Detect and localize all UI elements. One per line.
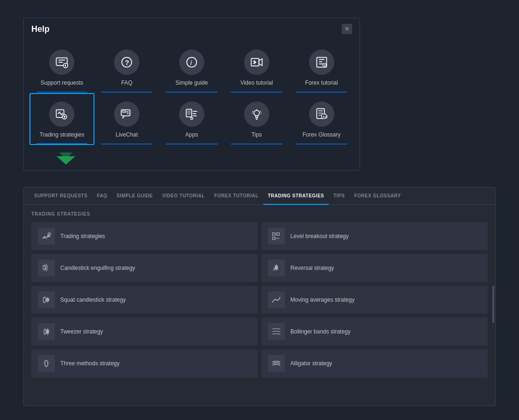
- svg-line-24: [49, 233, 50, 235]
- tab-forex-glossary[interactable]: FOREX GLOSSARY: [349, 188, 405, 205]
- list-item[interactable]: Reversal strategy: [261, 254, 488, 282]
- modal-title: Help: [31, 24, 50, 34]
- svg-rect-44: [44, 330, 46, 333]
- svg-rect-38: [43, 297, 46, 302]
- strategy-label: Reversal strategy: [290, 265, 334, 271]
- video-label: Video tutorial: [240, 80, 273, 87]
- section-title: TRADING STRATEGIES: [24, 205, 495, 220]
- strategy-label: Three methods strategy: [60, 360, 120, 367]
- livechat-label: LiveChat: [116, 131, 138, 139]
- svg-rect-25: [273, 237, 275, 239]
- list-item[interactable]: Level breakout strategy: [261, 222, 488, 250]
- apps-icon: [179, 101, 204, 127]
- moving-avg-icon: [268, 291, 285, 308]
- glossary-label: Forex Glossary: [303, 131, 340, 139]
- help-item-forex-glossary[interactable]: A-Z Forex Glossary: [289, 93, 354, 145]
- strategy-label: Alligator strategy: [290, 360, 332, 367]
- tab-video-tutorial[interactable]: VIDEO TUTORIAL: [158, 188, 209, 205]
- tips-label: Tips: [252, 131, 262, 139]
- strategy-label: Moving averages strategy: [290, 297, 354, 303]
- help-item-apps[interactable]: Apps: [159, 93, 224, 145]
- arrow-indicator: [24, 152, 360, 170]
- svg-rect-27: [277, 233, 280, 236]
- modal-header: Help ×: [24, 18, 360, 38]
- tab-tips[interactable]: TIPS: [329, 188, 349, 205]
- svg-text:A-Z: A-Z: [322, 115, 328, 118]
- forex-tutorial-icon: [309, 50, 334, 75]
- support-label: Support requests: [41, 80, 83, 87]
- svg-rect-41: [46, 298, 49, 301]
- guide-icon: i: [179, 50, 204, 75]
- list-item[interactable]: Bollinger bands strategy: [261, 318, 488, 346]
- apps-label: Apps: [185, 131, 198, 139]
- list-item[interactable]: Squat candlestick strategy: [31, 286, 258, 314]
- help-modal: Help × Support requests ? F: [23, 18, 360, 171]
- reversal-icon: [268, 260, 285, 276]
- strategy-label: Bollinger bands strategy: [290, 328, 351, 335]
- candlestick-icon: [38, 260, 55, 276]
- list-item[interactable]: Alligator strategy: [261, 349, 488, 377]
- video-icon: [244, 50, 269, 75]
- scrollbar[interactable]: [492, 286, 494, 323]
- list-item[interactable]: Three methods strategy: [31, 349, 258, 377]
- help-item-support-requests[interactable]: Support requests: [29, 42, 94, 93]
- list-item[interactable]: Moving averages strategy: [261, 286, 488, 314]
- close-button[interactable]: ×: [342, 24, 352, 34]
- three-methods-icon: [38, 355, 55, 372]
- svg-text:i: i: [190, 58, 192, 66]
- svg-point-18: [191, 117, 193, 120]
- list-item[interactable]: Trading strategies: [31, 222, 258, 250]
- level-breakout-icon: [268, 228, 285, 245]
- strategy-grid: Trading strategies Level breakout strate…: [24, 220, 495, 385]
- strategy-label: Candlestick engulfing strategy: [60, 265, 135, 271]
- list-item[interactable]: Candlestick engulfing strategy: [31, 254, 258, 282]
- help-item-video-tutorial[interactable]: Video tutorial: [224, 42, 289, 93]
- svg-text:?: ?: [125, 58, 129, 66]
- tab-trading-strategies[interactable]: TRADING STRATEGIES: [263, 188, 329, 205]
- help-item-faq[interactable]: ? FAQ: [94, 42, 159, 93]
- svg-rect-47: [46, 330, 49, 333]
- tips-icon: [244, 101, 269, 127]
- glossary-icon: A-Z: [309, 101, 334, 127]
- svg-rect-32: [43, 266, 45, 269]
- support-icon: [49, 50, 74, 75]
- trading-strategies-icon: [38, 228, 55, 245]
- tab-forex-tutorial[interactable]: FOREX TUTORIAL: [209, 188, 263, 205]
- main-content: SUPPORT REQUESTS FAQ SIMPLE GUIDE VIDEO …: [23, 187, 496, 406]
- help-item-trading-strategies[interactable]: Trading strategies: [29, 93, 94, 145]
- svg-point-19: [254, 110, 260, 116]
- trading-label: Trading strategies: [40, 131, 85, 139]
- strategy-label: Tweezer strategy: [60, 328, 103, 335]
- guide-label: Simple guide: [175, 80, 208, 87]
- livechat-icon: LIVE: [114, 101, 139, 127]
- tweezer-icon: [38, 323, 55, 340]
- alligator-icon: [268, 355, 285, 372]
- strategy-label: Trading strategies: [60, 233, 105, 239]
- faq-label: FAQ: [121, 80, 132, 87]
- strategy-label: Squat candlestick strategy: [60, 297, 126, 303]
- bollinger-icon: [268, 323, 285, 340]
- tab-simple-guide[interactable]: SIMPLE GUIDE: [112, 188, 158, 205]
- help-item-livechat[interactable]: LIVE LiveChat: [94, 93, 159, 145]
- svg-rect-17: [187, 110, 191, 114]
- svg-rect-26: [273, 233, 275, 236]
- strategy-label: Level breakout strategy: [290, 233, 349, 239]
- list-item[interactable]: Tweezer strategy: [31, 318, 258, 346]
- help-item-simple-guide[interactable]: i Simple guide: [159, 42, 224, 93]
- tabs-bar: SUPPORT REQUESTS FAQ SIMPLE GUIDE VIDEO …: [24, 188, 495, 205]
- squat-icon: [38, 291, 55, 308]
- svg-rect-35: [275, 266, 278, 269]
- trading-icon: [49, 101, 74, 127]
- help-item-forex-tutorial[interactable]: Forex tutorial: [289, 42, 354, 93]
- help-grid: Support requests ? FAQ i Simple guide: [24, 38, 360, 152]
- forex-tutorial-label: Forex tutorial: [305, 80, 338, 87]
- tab-faq[interactable]: FAQ: [92, 188, 112, 205]
- svg-rect-50: [45, 361, 48, 366]
- tab-support-requests[interactable]: SUPPORT REQUESTS: [29, 188, 92, 205]
- help-item-tips[interactable]: Tips: [224, 93, 289, 145]
- faq-icon: ?: [114, 50, 139, 75]
